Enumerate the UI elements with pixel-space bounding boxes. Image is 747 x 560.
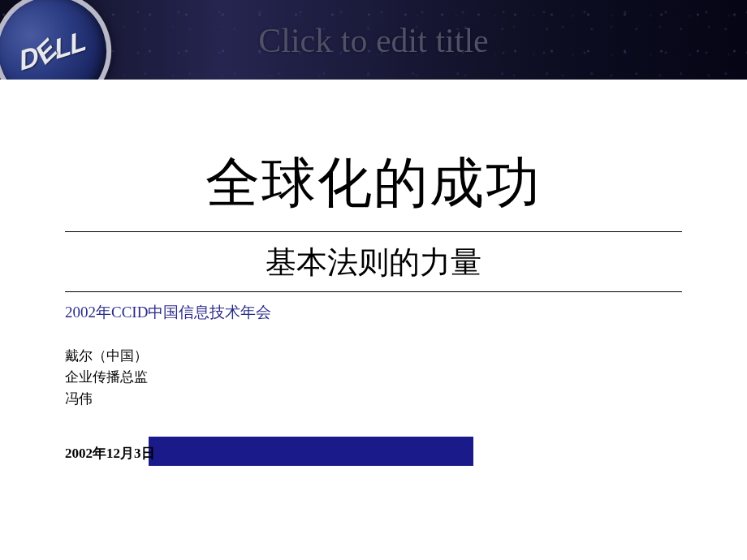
event-name: 2002年CCID中国信息技术年会 (65, 302, 682, 323)
subtitle: 基本法则的力量 (65, 242, 682, 283)
header-bar: DELL Click to edit title (0, 0, 747, 80)
main-title: 全球化的成功 (65, 146, 682, 220)
divider-bottom (65, 291, 682, 292)
author-block: 戴尔（中国） 企业传播总监 冯伟 (65, 346, 682, 410)
divider-top (65, 231, 682, 232)
author-company: 戴尔（中国） (65, 346, 682, 367)
presentation-date: 2002年12月3日 (65, 444, 155, 463)
date-row: 2002年12月3日 (65, 444, 682, 478)
author-position: 企业传播总监 (65, 367, 682, 388)
blue-redaction-box (149, 437, 473, 466)
slide-content: 全球化的成功 基本法则的力量 2002年CCID中国信息技术年会 戴尔（中国） … (0, 146, 747, 478)
author-name: 冯伟 (65, 389, 682, 410)
dell-logo-text: DELL (17, 24, 88, 77)
